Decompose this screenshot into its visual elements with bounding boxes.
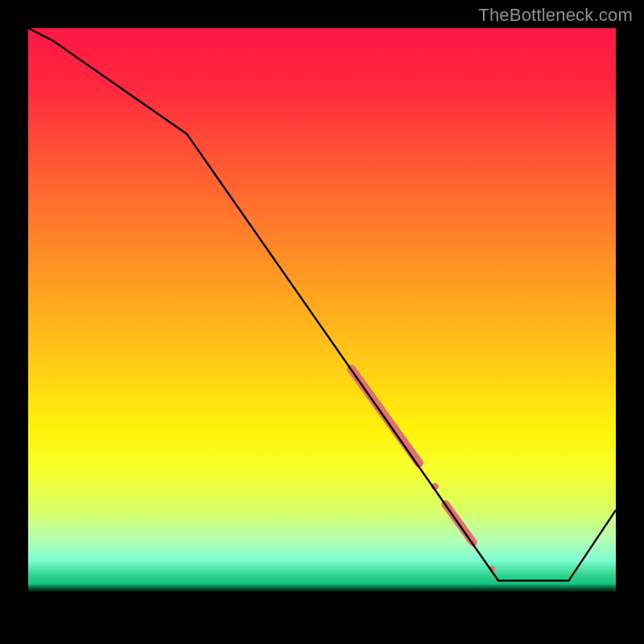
gradient-background <box>28 28 616 616</box>
plot-area <box>28 28 616 616</box>
chart-svg <box>28 28 616 616</box>
watermark-text: TheBottleneck.com <box>478 5 633 26</box>
chart-frame: TheBottleneck.com <box>0 0 644 644</box>
